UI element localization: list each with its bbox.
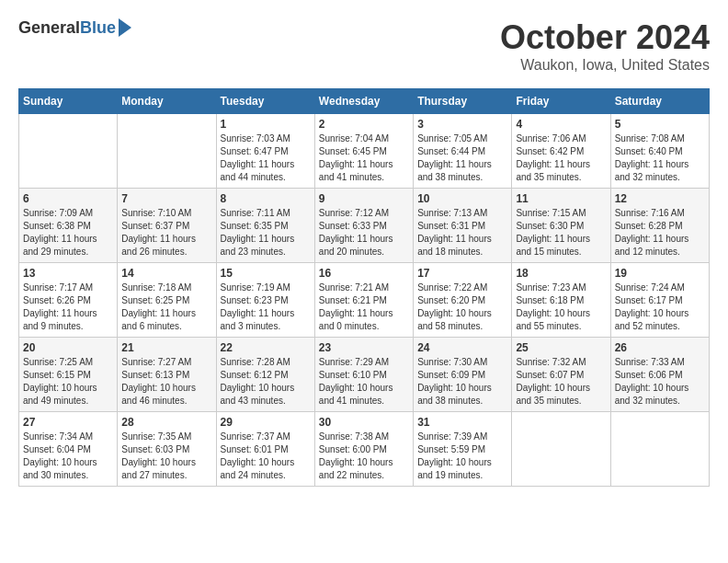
day-number: 10 [417, 192, 507, 205]
day-info: Sunrise: 7:30 AM Sunset: 6:09 PM Dayligh… [417, 356, 507, 408]
day-number: 6 [23, 192, 113, 205]
calendar-week-row: 27Sunrise: 7:34 AM Sunset: 6:04 PM Dayli… [19, 412, 710, 487]
calendar-cell [19, 114, 118, 189]
day-info: Sunrise: 7:18 AM Sunset: 6:25 PM Dayligh… [121, 282, 211, 333]
day-info: Sunrise: 7:27 AM Sunset: 6:13 PM Dayligh… [121, 356, 211, 408]
day-info: Sunrise: 7:21 AM Sunset: 6:21 PM Dayligh… [319, 282, 409, 333]
day-info: Sunrise: 7:05 AM Sunset: 6:44 PM Dayligh… [417, 132, 507, 184]
day-info: Sunrise: 7:15 AM Sunset: 6:30 PM Dayligh… [516, 207, 606, 259]
calendar-cell: 31Sunrise: 7:39 AM Sunset: 5:59 PM Dayli… [414, 412, 512, 487]
calendar-day-header: Sunday [19, 89, 118, 114]
calendar-cell: 29Sunrise: 7:37 AM Sunset: 6:01 PM Dayli… [216, 412, 314, 487]
day-info: Sunrise: 7:34 AM Sunset: 6:04 PM Dayligh… [23, 431, 113, 482]
day-number: 15 [221, 267, 311, 280]
day-number: 30 [319, 416, 409, 429]
day-info: Sunrise: 7:03 AM Sunset: 6:47 PM Dayligh… [221, 132, 311, 184]
day-info: Sunrise: 7:17 AM Sunset: 6:26 PM Dayligh… [23, 282, 113, 333]
day-number: 3 [417, 118, 507, 131]
calendar-day-header: Wednesday [314, 89, 413, 114]
day-number: 29 [221, 416, 311, 429]
day-number: 24 [417, 341, 507, 354]
calendar-cell: 9Sunrise: 7:12 AM Sunset: 6:33 PM Daylig… [314, 189, 413, 263]
logo: General Blue [18, 18, 131, 38]
day-info: Sunrise: 7:35 AM Sunset: 6:03 PM Dayligh… [121, 431, 211, 482]
day-info: Sunrise: 7:24 AM Sunset: 6:17 PM Dayligh… [615, 282, 705, 333]
calendar-cell: 25Sunrise: 7:32 AM Sunset: 6:07 PM Dayli… [512, 338, 610, 412]
calendar-cell: 28Sunrise: 7:35 AM Sunset: 6:03 PM Dayli… [118, 412, 216, 487]
calendar-cell: 12Sunrise: 7:16 AM Sunset: 6:28 PM Dayli… [610, 189, 709, 263]
calendar-cell: 5Sunrise: 7:08 AM Sunset: 6:40 PM Daylig… [610, 114, 709, 189]
calendar-cell: 4Sunrise: 7:06 AM Sunset: 6:42 PM Daylig… [512, 114, 610, 189]
month-title: October 2024 [500, 18, 710, 57]
page-header: General Blue October 2024 Waukon, Iowa, … [18, 18, 710, 74]
day-info: Sunrise: 7:29 AM Sunset: 6:10 PM Dayligh… [319, 356, 409, 408]
calendar-cell: 10Sunrise: 7:13 AM Sunset: 6:31 PM Dayli… [414, 189, 512, 263]
day-number: 21 [121, 341, 211, 354]
day-number: 9 [319, 192, 409, 205]
day-info: Sunrise: 7:12 AM Sunset: 6:33 PM Dayligh… [319, 207, 409, 259]
day-number: 28 [121, 416, 211, 429]
day-info: Sunrise: 7:19 AM Sunset: 6:23 PM Dayligh… [221, 282, 311, 333]
calendar-cell [118, 114, 216, 189]
calendar-day-header: Friday [512, 89, 610, 114]
calendar-cell: 27Sunrise: 7:34 AM Sunset: 6:04 PM Dayli… [19, 412, 118, 487]
calendar-day-header: Saturday [610, 89, 709, 114]
calendar-week-row: 20Sunrise: 7:25 AM Sunset: 6:15 PM Dayli… [19, 338, 710, 412]
day-number: 12 [615, 192, 705, 205]
calendar-cell: 17Sunrise: 7:22 AM Sunset: 6:20 PM Dayli… [414, 263, 512, 338]
calendar-cell: 21Sunrise: 7:27 AM Sunset: 6:13 PM Dayli… [118, 338, 216, 412]
day-number: 4 [516, 118, 606, 131]
calendar-cell: 14Sunrise: 7:18 AM Sunset: 6:25 PM Dayli… [118, 263, 216, 338]
calendar-cell: 20Sunrise: 7:25 AM Sunset: 6:15 PM Dayli… [19, 338, 118, 412]
day-info: Sunrise: 7:08 AM Sunset: 6:40 PM Dayligh… [615, 132, 705, 184]
day-number: 22 [221, 341, 311, 354]
day-info: Sunrise: 7:39 AM Sunset: 5:59 PM Dayligh… [417, 431, 507, 482]
day-number: 19 [615, 267, 705, 280]
calendar-cell: 19Sunrise: 7:24 AM Sunset: 6:17 PM Dayli… [610, 263, 709, 338]
day-number: 20 [23, 341, 113, 354]
calendar-cell: 18Sunrise: 7:23 AM Sunset: 6:18 PM Dayli… [512, 263, 610, 338]
day-number: 11 [516, 192, 606, 205]
day-number: 27 [23, 416, 113, 429]
day-info: Sunrise: 7:04 AM Sunset: 6:45 PM Dayligh… [319, 132, 409, 184]
calendar-week-row: 6Sunrise: 7:09 AM Sunset: 6:38 PM Daylig… [19, 189, 710, 263]
logo-blue-text: Blue [80, 18, 116, 38]
day-info: Sunrise: 7:13 AM Sunset: 6:31 PM Dayligh… [417, 207, 507, 259]
calendar-week-row: 13Sunrise: 7:17 AM Sunset: 6:26 PM Dayli… [19, 263, 710, 338]
day-number: 26 [615, 341, 705, 354]
day-info: Sunrise: 7:09 AM Sunset: 6:38 PM Dayligh… [23, 207, 113, 259]
calendar-cell: 3Sunrise: 7:05 AM Sunset: 6:44 PM Daylig… [414, 114, 512, 189]
day-info: Sunrise: 7:10 AM Sunset: 6:37 PM Dayligh… [121, 207, 211, 259]
day-info: Sunrise: 7:22 AM Sunset: 6:20 PM Dayligh… [417, 282, 507, 333]
day-number: 7 [121, 192, 211, 205]
day-number: 18 [516, 267, 606, 280]
calendar-cell: 11Sunrise: 7:15 AM Sunset: 6:30 PM Dayli… [512, 189, 610, 263]
day-info: Sunrise: 7:32 AM Sunset: 6:07 PM Dayligh… [516, 356, 606, 408]
calendar-week-row: 1Sunrise: 7:03 AM Sunset: 6:47 PM Daylig… [19, 114, 710, 189]
calendar-header-row: SundayMondayTuesdayWednesdayThursdayFrid… [19, 89, 710, 114]
day-number: 16 [319, 267, 409, 280]
day-number: 17 [417, 267, 507, 280]
day-info: Sunrise: 7:06 AM Sunset: 6:42 PM Dayligh… [516, 132, 606, 184]
day-number: 23 [319, 341, 409, 354]
day-info: Sunrise: 7:28 AM Sunset: 6:12 PM Dayligh… [221, 356, 311, 408]
day-number: 25 [516, 341, 606, 354]
day-number: 5 [615, 118, 705, 131]
day-info: Sunrise: 7:16 AM Sunset: 6:28 PM Dayligh… [615, 207, 705, 259]
day-number: 13 [23, 267, 113, 280]
day-number: 14 [121, 267, 211, 280]
day-info: Sunrise: 7:25 AM Sunset: 6:15 PM Dayligh… [23, 356, 113, 408]
calendar-cell: 6Sunrise: 7:09 AM Sunset: 6:38 PM Daylig… [19, 189, 118, 263]
day-info: Sunrise: 7:23 AM Sunset: 6:18 PM Dayligh… [516, 282, 606, 333]
day-number: 2 [319, 118, 409, 131]
logo-arrow-icon [119, 18, 131, 37]
calendar-cell: 23Sunrise: 7:29 AM Sunset: 6:10 PM Dayli… [314, 338, 413, 412]
day-info: Sunrise: 7:11 AM Sunset: 6:35 PM Dayligh… [221, 207, 311, 259]
day-number: 8 [221, 192, 311, 205]
calendar-cell [610, 412, 709, 487]
calendar-cell: 13Sunrise: 7:17 AM Sunset: 6:26 PM Dayli… [19, 263, 118, 338]
logo-general-text: General [18, 18, 80, 38]
calendar-cell: 8Sunrise: 7:11 AM Sunset: 6:35 PM Daylig… [216, 189, 314, 263]
location-title: Waukon, Iowa, United States [500, 57, 710, 74]
calendar-cell: 1Sunrise: 7:03 AM Sunset: 6:47 PM Daylig… [216, 114, 314, 189]
